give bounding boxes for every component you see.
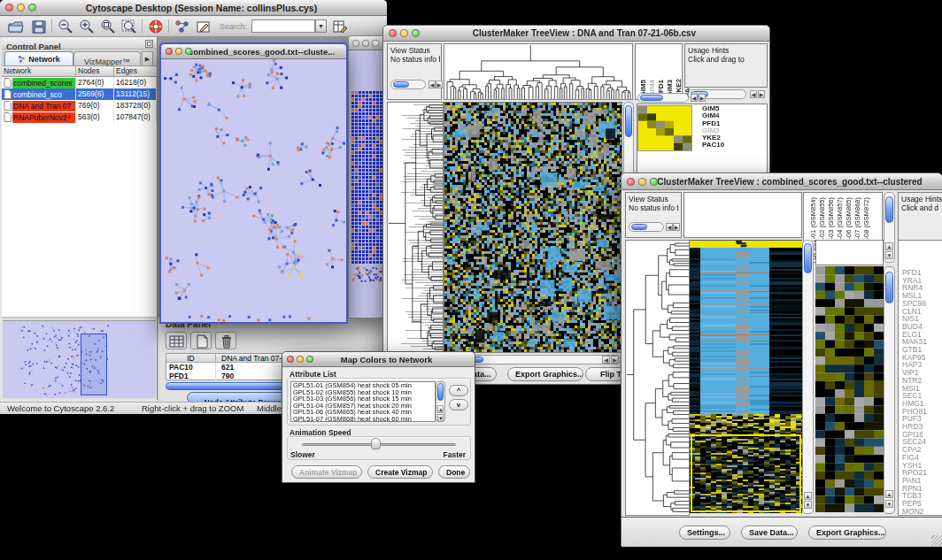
minimize-button[interactable] (17, 4, 25, 12)
animate-vizmap-button[interactable]: Animate Vizmap (291, 465, 362, 479)
network-row[interactable]: combined_scores 2764(0) 16218(0) (2, 77, 157, 88)
close-button[interactable] (389, 29, 397, 37)
zoom-in-icon[interactable] (78, 19, 96, 35)
network-view-canvas[interactable] (161, 59, 346, 322)
zoom-button[interactable] (185, 48, 192, 55)
zoom-button[interactable] (412, 29, 420, 37)
search-dropdown-button[interactable]: ▼ (315, 19, 327, 33)
scroll-left-icon[interactable]: ◀ (750, 90, 757, 98)
tab-overflow-button[interactable]: ▶ (142, 51, 153, 65)
speed-slider-thumb[interactable] (371, 438, 381, 449)
view-status-scrollbar[interactable] (629, 222, 664, 232)
view-status-scrollbar[interactable] (390, 80, 426, 89)
heatmap-vscrollbar[interactable]: ▲ ▼ (802, 240, 814, 514)
close-button[interactable] (627, 178, 635, 186)
gene-label[interactable]: MON2 (902, 508, 942, 516)
network-row[interactable]: RNAPuberNov2+ 563(0) 107847(0) (2, 111, 157, 123)
col-edges[interactable]: Edges (114, 66, 156, 76)
attribute-list-item[interactable]: GPL51-06 (GSM865) heat shock 40 min (291, 409, 435, 416)
help-lifering-icon[interactable] (147, 19, 165, 35)
scroll-right-icon[interactable]: ▶ (436, 81, 443, 88)
column-dendrogram-panel[interactable] (444, 43, 633, 100)
new-attribute-button[interactable] (190, 332, 212, 349)
attribute-list-item[interactable]: GPL51-01 (GSM854) heat shock 05 min (291, 382, 435, 389)
open-file-icon[interactable] (7, 19, 25, 35)
scroll-down-icon[interactable]: ▼ (885, 251, 893, 259)
scroll-down-icon[interactable]: ▼ (804, 501, 812, 509)
minimize-button[interactable] (400, 29, 408, 37)
minimize-button[interactable] (638, 178, 646, 186)
search-input[interactable] (251, 19, 315, 33)
save-icon[interactable] (30, 19, 48, 35)
zoom-heatmap-canvas[interactable] (637, 105, 692, 151)
panel-splitter[interactable] (2, 317, 157, 319)
attribute-list-item[interactable]: GPL51-02 (GSM855) heat shock 10 min (291, 389, 435, 396)
scroll-up-icon[interactable]: ▲ (885, 490, 893, 498)
zoom-vscrollbar[interactable]: ▲ ▼ (884, 266, 895, 514)
network-row[interactable]: combined_sco 2569(6) 13112(15) (2, 88, 157, 100)
tab-vizmapper[interactable]: VizMapper™ (73, 51, 141, 65)
settings-button[interactable]: Settings... (679, 525, 730, 540)
row-label[interactable]: PAC10 (702, 142, 737, 149)
scroll-right-icon[interactable]: ▶ (758, 90, 765, 98)
minimize-button[interactable] (175, 48, 182, 55)
annotation-icon[interactable] (195, 19, 212, 35)
scroll-up-icon[interactable]: ▲ (437, 405, 444, 413)
zoom-selected-icon[interactable] (120, 19, 138, 35)
attribute-list[interactable]: GPL51-01 (GSM854) heat shock 05 minGPL51… (290, 381, 436, 422)
minimize-button[interactable] (362, 40, 369, 47)
scroll-right-icon[interactable]: ▶ (611, 356, 619, 364)
close-button[interactable] (352, 40, 359, 47)
scroll-left-icon[interactable]: ◀ (691, 94, 698, 102)
heatmap-panel[interactable] (444, 102, 622, 353)
float-panel-icon[interactable] (145, 40, 153, 48)
col-network[interactable]: Network (2, 66, 76, 76)
scroll-right-icon[interactable]: ▶ (673, 223, 680, 231)
scroll-down-icon[interactable]: ▼ (885, 500, 893, 508)
zoom-fit-icon[interactable] (99, 19, 117, 35)
birdseye-viewport-rect[interactable] (81, 334, 107, 395)
move-up-button[interactable]: ^ (449, 385, 468, 396)
zoom-button[interactable] (650, 178, 658, 186)
zoom-hscrollbar[interactable] (637, 93, 689, 103)
row-dendrogram-panel[interactable] (387, 102, 444, 352)
delete-attribute-button[interactable] (215, 332, 236, 349)
zoom-heatmap-canvas[interactable] (815, 266, 884, 512)
attribute-list-scrollbar[interactable]: ▲ ▼ (436, 381, 445, 422)
column-labels-vscrollbar[interactable]: ▲ ▼ (884, 192, 895, 263)
main-titlebar[interactable]: Cytoscape Desktop (Session Name: collins… (0, 0, 387, 16)
attribute-list-item[interactable]: GPL51-07 (GSM868) heat shock 60 min (291, 416, 435, 422)
scroll-down-icon[interactable]: ▼ (437, 414, 444, 422)
save-data-button[interactable]: Save Data... (741, 525, 798, 540)
id-column-header[interactable]: ID (166, 354, 216, 362)
scroll-up-icon[interactable]: ▲ (804, 492, 812, 500)
close-button[interactable] (5, 4, 13, 12)
close-button[interactable] (166, 48, 173, 55)
heatmap-panel[interactable] (690, 240, 802, 514)
scroll-left-icon[interactable]: ◀ (666, 223, 673, 231)
col-nodes[interactable]: Nodes (76, 66, 114, 76)
network-row[interactable]: DNA and Tran 07 769(0) 183728(0) (2, 100, 157, 111)
create-vizmap-button[interactable]: Create Vizmap (367, 465, 433, 479)
network-tool-icon[interactable] (174, 19, 191, 35)
close-button[interactable] (287, 356, 294, 363)
zoom-button[interactable] (306, 356, 313, 363)
done-button[interactable]: Done (438, 465, 470, 479)
attribute-list-item[interactable]: GPL51-03 (GSM856) heat shock 15 min (291, 395, 435, 403)
attribute-list-item[interactable]: GPL51-04 (GSM857) heat shock 20 min (291, 403, 435, 410)
resize-grip[interactable] (931, 535, 942, 546)
zoom-out-icon[interactable] (57, 19, 74, 35)
zoom-button[interactable] (28, 4, 36, 12)
tab-network[interactable]: Network (4, 51, 73, 65)
scroll-left-icon[interactable]: ◀ (602, 356, 610, 364)
scroll-up-icon[interactable]: ▲ (885, 242, 893, 250)
row-dendrogram-panel[interactable] (625, 240, 690, 516)
export-graphics-button[interactable]: Export Graphics... (507, 367, 583, 381)
column-dendrogram-panel[interactable] (683, 192, 802, 238)
scroll-right-icon[interactable]: ▶ (699, 94, 706, 102)
zoom-button[interactable] (372, 40, 379, 47)
birdseye-view[interactable] (3, 320, 156, 398)
scroll-left-icon[interactable]: ◀ (429, 81, 436, 88)
move-down-button[interactable]: v (449, 399, 468, 410)
table-mode-button[interactable] (166, 332, 187, 349)
